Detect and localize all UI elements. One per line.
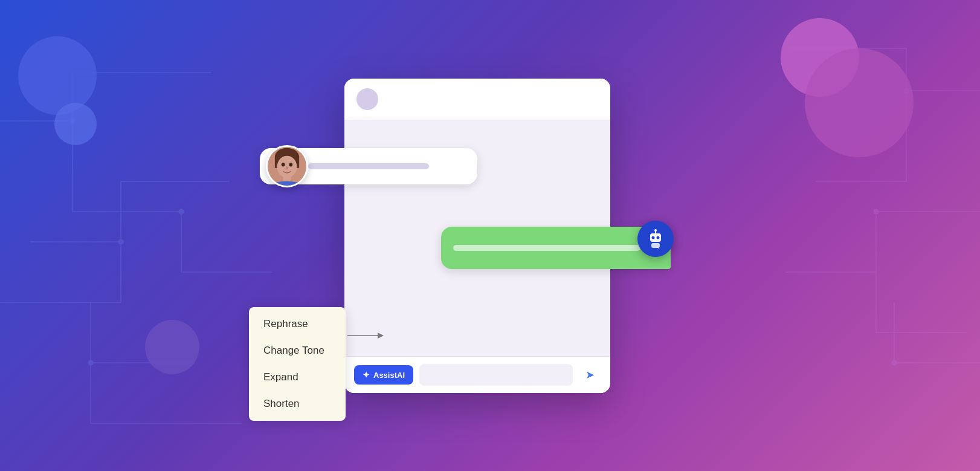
deco-circle-mid-left [54,103,97,145]
assist-ai-icon: ✦ [363,370,370,380]
svg-marker-24 [378,333,384,339]
chat-footer: ✦ AssistAI ➤ [344,356,610,393]
send-button[interactable]: ➤ [579,364,601,386]
assist-ai-button[interactable]: ✦ AssistAI [354,365,413,385]
svg-point-21 [654,229,657,232]
context-menu: Rephrase Change Tone Expand Shorten [249,307,346,421]
context-menu-item-shorten[interactable]: Shorten [249,391,346,417]
bot-message-line [453,245,640,251]
svg-point-1 [118,239,123,244]
context-menu-item-rephrase[interactable]: Rephrase [249,311,346,337]
chat-input[interactable] [419,364,573,386]
svg-point-11 [282,163,285,166]
deco-circle-top-left [18,36,97,115]
svg-point-5 [874,209,878,214]
send-icon: ➤ [585,368,595,382]
bot-avatar [637,221,674,257]
deco-circle-bottom-left [145,320,199,374]
deco-circle-top-right-small [781,18,859,97]
chat-header [344,79,610,120]
svg-point-18 [652,236,655,239]
user-avatar-container [266,145,308,187]
deco-circle-top-right [805,48,914,157]
svg-point-2 [179,209,184,214]
user-avatar [266,145,308,187]
svg-rect-22 [651,243,660,248]
menu-arrow [347,326,384,345]
context-menu-item-change-tone[interactable]: Change Tone [249,337,346,364]
svg-point-12 [289,163,292,166]
context-menu-item-expand[interactable]: Expand [249,364,346,391]
svg-point-6 [892,360,897,365]
chat-header-avatar [356,88,378,110]
svg-point-4 [904,88,909,93]
svg-point-0 [70,119,75,123]
svg-point-19 [657,236,660,239]
bot-message-bubble [441,227,671,269]
svg-point-13 [286,166,288,169]
user-message-line [308,163,429,169]
svg-point-15 [271,181,304,187]
svg-point-3 [88,360,93,365]
bot-message-area [441,227,671,269]
assist-ai-label: AssistAI [373,371,405,380]
